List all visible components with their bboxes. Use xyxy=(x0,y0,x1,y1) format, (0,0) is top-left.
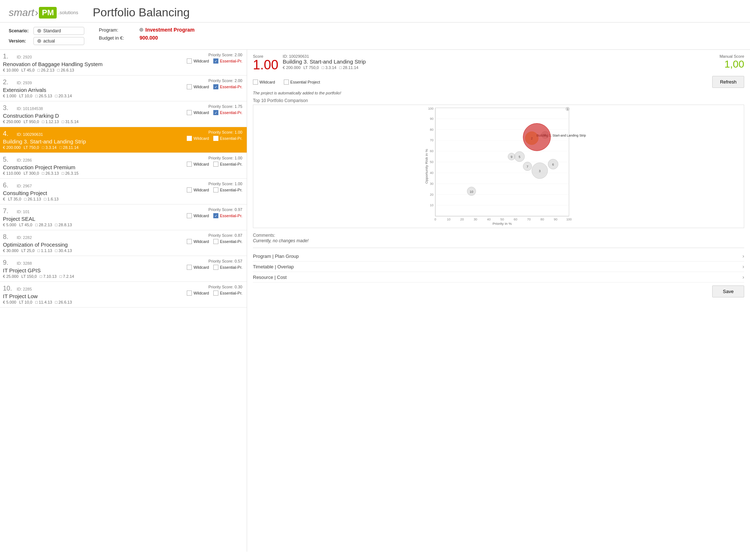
resource-cost-link[interactable]: Resource | Cost › xyxy=(253,272,744,283)
wildcard-cb-2[interactable] xyxy=(187,84,192,89)
essential-cb-10[interactable] xyxy=(213,291,218,296)
project-item-5[interactable]: 5. ID: 2286 Construction Project Premium… xyxy=(0,153,247,179)
project-item-2[interactable]: 2. ID: 2939 Extension Arrivals € 1.000 L… xyxy=(0,76,247,101)
project-number-9: 9. xyxy=(3,259,14,267)
program-name: Investment Program xyxy=(145,27,194,33)
project-date1-9: □ 7.10.13 xyxy=(40,274,56,279)
project-item-4[interactable]: 4. ID: 100290631 Building 3. Start-and L… xyxy=(0,127,247,153)
project-date1-6: □ 26.1.13 xyxy=(24,197,41,201)
essential-item-4[interactable]: Essential-Pr. xyxy=(213,136,242,141)
essential-item-1[interactable]: Essential-Pr. xyxy=(213,58,242,64)
essential-cb-3[interactable] xyxy=(213,110,218,115)
essential-item-5[interactable]: Essential-Pr. xyxy=(213,162,242,167)
version-input[interactable]: actual xyxy=(33,37,84,45)
detail-project-meta: € 200.000 LT 750,0 □ 3.3.14 □ 28.11.14 xyxy=(283,65,715,70)
project-number-4: 4. xyxy=(3,130,14,138)
wildcard-checkbox[interactable] xyxy=(253,80,258,85)
svg-text:40: 40 xyxy=(430,171,434,175)
priority-score-10: Priority Score: 0.30 xyxy=(208,285,242,289)
project-item-6[interactable]: 6. ID: 2967 Consulting Project € LT 35,0… xyxy=(0,179,247,204)
detail-date1: □ 3.3.14 xyxy=(322,65,336,70)
project-id-5: ID: 2286 xyxy=(17,158,32,162)
scenario-input[interactable]: Standard xyxy=(33,27,84,35)
project-name-10: IT Project Low xyxy=(3,293,170,299)
essential-cb-9[interactable] xyxy=(213,265,218,270)
essential-label-1: Essential-Pr. xyxy=(220,59,242,63)
wildcard-item-5[interactable]: Wildcard xyxy=(187,162,209,167)
svg-text:5: 5 xyxy=(519,155,520,159)
essential-checkbox[interactable] xyxy=(284,80,289,85)
svg-text:10: 10 xyxy=(447,218,451,221)
timetable-overlap-link[interactable]: Timetable | Overlap › xyxy=(253,261,744,272)
version-value: actual xyxy=(43,38,55,44)
wildcard-item-6[interactable]: Wildcard xyxy=(187,187,209,192)
essential-checkbox-item[interactable]: Essential Project xyxy=(284,76,320,88)
essential-item-2[interactable]: Essential-Pr. xyxy=(213,84,242,89)
wildcard-label-8: Wildcard xyxy=(193,239,209,244)
project-date1-3: □ 1.12.13 xyxy=(42,119,59,124)
project-item-7[interactable]: 7. ID: 101 Project SEAL € 5.000 LT 45,0 … xyxy=(0,204,247,230)
wildcard-item-7[interactable]: Wildcard xyxy=(187,213,209,218)
essential-cb-4[interactable] xyxy=(213,136,218,141)
wildcard-cb-1[interactable] xyxy=(187,58,192,64)
wildcard-cb-5[interactable] xyxy=(187,162,192,167)
essential-cb-5[interactable] xyxy=(213,162,218,167)
refresh-button[interactable]: Refresh xyxy=(712,76,744,88)
wildcard-checkbox-item[interactable]: Wildcard xyxy=(253,76,275,88)
wildcard-cb-6[interactable] xyxy=(187,187,192,192)
essential-item-7[interactable]: Essential-Pr. xyxy=(213,213,242,218)
wildcard-cb-3[interactable] xyxy=(187,110,192,115)
essential-cb-8[interactable] xyxy=(213,239,218,244)
project-lt-2: LT 10,0 xyxy=(19,94,32,98)
wildcard-cb-7[interactable] xyxy=(187,213,192,218)
bottom-links: Program | Plan Group › Timetable | Overl… xyxy=(253,248,744,283)
essential-cb-6[interactable] xyxy=(213,187,218,192)
svg-text:20: 20 xyxy=(430,193,434,196)
essential-item-10[interactable]: Essential-Pr. xyxy=(213,291,242,296)
detail-lt: LT 750,0 xyxy=(303,65,319,70)
wildcard-item-9[interactable]: Wildcard xyxy=(187,265,209,270)
wildcard-cb-4[interactable] xyxy=(187,136,192,141)
project-name-6: Consulting Project xyxy=(3,190,170,196)
essential-cb-7[interactable] xyxy=(213,213,218,218)
version-label: Version: xyxy=(9,38,31,44)
project-item-3[interactable]: 3. ID: 101184538 Construction Parking D … xyxy=(0,101,247,127)
project-item-9[interactable]: 9. ID: 3288 IT Project GPIS € 25.000 LT … xyxy=(0,256,247,282)
wildcard-item-2[interactable]: Wildcard xyxy=(187,84,209,89)
wildcard-item-4[interactable]: Wildcard xyxy=(187,136,209,141)
timetable-overlap-label: Timetable | Overlap xyxy=(253,264,294,269)
project-item-1[interactable]: 1. ID: 2920 Renovation of Baggage Handli… xyxy=(0,50,247,76)
project-number-7: 7. xyxy=(3,207,14,215)
wildcard-item-8[interactable]: Wildcard xyxy=(187,239,209,244)
essential-item-8[interactable]: Essential-Pr. xyxy=(213,239,242,244)
detail-score-value: 1.00 xyxy=(253,58,278,72)
chart-area: Opportunity Risk in % Priority in % 10 2… xyxy=(253,105,744,228)
project-name-7: Project SEAL xyxy=(3,216,170,222)
project-item-8[interactable]: 8. ID: 2282 Optimization of Processing €… xyxy=(0,230,247,256)
essential-cb-1[interactable] xyxy=(213,58,218,64)
program-plan-group-link[interactable]: Program | Plan Group › xyxy=(253,251,744,261)
project-date1-2: □ 26.5.13 xyxy=(35,94,52,98)
wildcard-item-10[interactable]: Wildcard xyxy=(187,291,209,296)
save-button[interactable]: Save xyxy=(712,285,744,297)
project-number-10: 10. xyxy=(3,285,14,292)
essential-item-9[interactable]: Essential-Pr. xyxy=(213,265,242,270)
wildcard-item-1[interactable]: Wildcard xyxy=(187,58,209,64)
wildcard-cb-8[interactable] xyxy=(187,239,192,244)
project-date2-9: □ 7.2.14 xyxy=(60,274,74,279)
wildcard-cb-10[interactable] xyxy=(187,291,192,296)
project-item-10[interactable]: 10. ID: 2285 IT Project Low € 5.000 LT 1… xyxy=(0,282,247,308)
essential-item-3[interactable]: Essential-Pr. xyxy=(213,110,242,115)
project-number-5: 5. xyxy=(3,156,14,163)
wildcard-label: Wildcard xyxy=(259,80,275,84)
svg-text:60: 60 xyxy=(514,218,517,221)
essential-label-5: Essential-Pr. xyxy=(220,162,242,166)
svg-text:90: 90 xyxy=(554,218,557,221)
wildcard-item-3[interactable]: Wildcard xyxy=(187,110,209,115)
manual-score-value: 1,00 xyxy=(719,58,744,70)
essential-cb-2[interactable] xyxy=(213,84,218,89)
logo-arrow-icon: › xyxy=(35,7,38,19)
essential-item-6[interactable]: Essential-Pr. xyxy=(213,187,242,192)
project-id-4: ID: 100290631 xyxy=(17,132,43,137)
wildcard-cb-9[interactable] xyxy=(187,265,192,270)
